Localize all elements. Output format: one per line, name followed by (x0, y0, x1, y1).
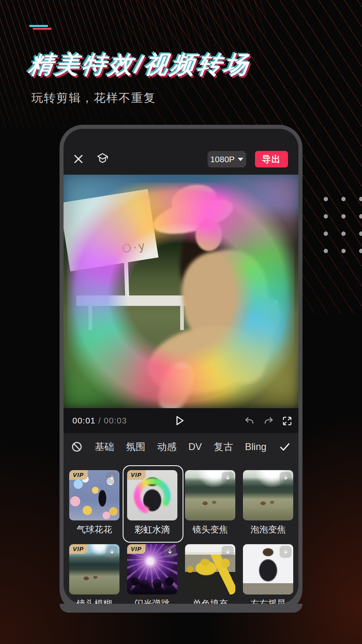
download-icon (224, 549, 231, 555)
close-icon (72, 153, 84, 165)
resolution-value: 1080P (210, 155, 235, 164)
redo-button[interactable] (262, 415, 275, 427)
export-label: 导出 (262, 153, 281, 165)
effect-name: 镜头变焦 (185, 524, 235, 535)
download-button[interactable] (222, 546, 234, 558)
tab-bling[interactable]: Bling (245, 441, 266, 452)
download-button[interactable] (164, 546, 176, 558)
playback-bar: 00:01 / 00:03 (64, 408, 298, 433)
effect-thumb-bubble-zoom[interactable] (243, 470, 293, 520)
download-button[interactable] (106, 546, 118, 558)
effect-category-tabs: 基础 氛围 动感 DV 复古 Bling (71, 436, 291, 457)
download-icon (109, 549, 115, 555)
box-icon (95, 152, 110, 166)
download-icon (109, 475, 115, 481)
effect-thumb-balloon[interactable]: VIP (69, 470, 119, 520)
no-effect-button[interactable] (71, 441, 83, 453)
vip-badge: VIP (127, 544, 146, 554)
vip-badge: VIP (69, 544, 88, 554)
dot-grid-decor (317, 190, 362, 260)
glitch-dash-decor (29, 25, 52, 31)
editor-topbar: 1080P 导出 (64, 129, 298, 175)
download-icon (167, 549, 173, 555)
promo-page: { "hero": { "title": "精美特效/视频转场", "subti… (0, 0, 362, 644)
effect-name: 气球花花 (69, 524, 119, 535)
effect-name-selected: 彩虹水滴 (127, 524, 177, 535)
confirm-button[interactable] (278, 440, 291, 453)
effect-name: 泡泡变焦 (243, 524, 293, 535)
vignette-overlay (64, 175, 298, 408)
duration: 00:03 (104, 416, 127, 425)
fullscreen-icon (282, 415, 293, 427)
vip-badge: VIP (69, 470, 88, 480)
export-button[interactable]: 导出 (255, 151, 288, 167)
video-preview[interactable]: O·y (64, 175, 298, 408)
check-icon (278, 440, 291, 453)
effect-thumb-lens-blur[interactable]: VIP (69, 544, 119, 594)
page-title: 精美特效/视频转场 (27, 52, 328, 78)
download-button[interactable] (280, 472, 292, 484)
download-button[interactable] (222, 472, 234, 484)
tab-retro[interactable]: 复古 (214, 440, 233, 453)
redo-icon (263, 415, 274, 427)
tutorial-button[interactable] (94, 151, 111, 167)
effect-thumb-mono-fill[interactable] (185, 544, 235, 594)
vip-badge: VIP (127, 470, 146, 480)
download-icon (282, 549, 289, 555)
play-icon (172, 413, 186, 428)
tab-atmosphere[interactable]: 氛围 (126, 440, 145, 453)
effect-thumb-sway[interactable] (243, 544, 293, 594)
resolution-dropdown[interactable]: 1080P (208, 151, 246, 167)
effect-thumb-lens-zoom[interactable] (185, 470, 235, 520)
effect-thumb-flash-bounce[interactable]: VIP (127, 544, 177, 594)
caret-down-icon (238, 158, 243, 161)
download-icon (224, 475, 231, 481)
time-display: 00:01 / 00:03 (72, 416, 127, 425)
undo-icon (244, 415, 255, 427)
play-button[interactable] (171, 413, 187, 428)
download-button[interactable] (280, 546, 292, 558)
time-separator: / (98, 416, 101, 425)
block-icon (71, 441, 83, 453)
download-icon (282, 475, 289, 481)
undo-button[interactable] (243, 415, 256, 427)
tab-dynamic[interactable]: 动感 (157, 440, 177, 453)
effect-thumb-rainbow-drop-selected[interactable]: VIP (127, 470, 177, 520)
current-time: 00:01 (72, 416, 96, 425)
phone-bottom-bezel (60, 604, 302, 613)
tab-basic[interactable]: 基础 (95, 440, 114, 453)
download-button[interactable] (106, 472, 118, 484)
close-button[interactable] (71, 151, 86, 167)
page-subtitle: 玩转剪辑，花样不重复 (31, 90, 156, 106)
fullscreen-button[interactable] (281, 415, 294, 427)
tab-dv[interactable]: DV (188, 441, 202, 452)
